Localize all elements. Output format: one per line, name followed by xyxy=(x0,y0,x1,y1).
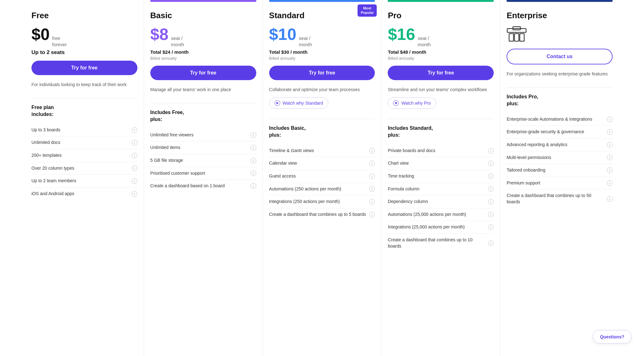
info-icon[interactable]: i xyxy=(607,155,613,160)
feature-text: Create a dashboard based on 1 board xyxy=(150,183,248,189)
feature-text: Timeline & Gantt views xyxy=(269,148,367,154)
info-icon[interactable]: i xyxy=(488,240,494,246)
includes-title-standard: Includes Basic, plus: xyxy=(269,125,375,139)
price-row-standard: $10seat / month xyxy=(269,25,375,47)
info-icon[interactable]: i xyxy=(488,199,494,205)
info-icon[interactable]: i xyxy=(607,167,613,173)
feature-item: Timeline & Gantt viewsi xyxy=(269,145,375,157)
info-icon[interactable]: i xyxy=(607,180,613,186)
info-icon[interactable]: i xyxy=(488,186,494,192)
info-icon[interactable]: i xyxy=(488,212,494,217)
cta-button-enterprise[interactable]: Contact us xyxy=(507,49,613,64)
info-icon[interactable]: i xyxy=(251,145,256,151)
feature-text: Time tracking xyxy=(388,173,486,179)
info-icon[interactable]: i xyxy=(488,173,494,179)
info-icon[interactable]: i xyxy=(369,161,375,166)
feature-text: Create a dashboard that combines up to 5… xyxy=(269,211,367,218)
info-icon[interactable]: i xyxy=(369,148,375,154)
info-icon[interactable]: i xyxy=(132,178,137,184)
info-icon[interactable]: i xyxy=(251,158,256,163)
feature-item: Up to 3 boardsi xyxy=(31,124,137,137)
cta-button-basic[interactable]: Try for free xyxy=(150,66,256,80)
plan-col-basic: Basic$8seat / monthTotal $24 / monthBill… xyxy=(144,0,263,356)
info-icon[interactable]: i xyxy=(607,129,613,135)
watch-label: Watch why Standard xyxy=(283,101,323,106)
questions-button[interactable]: Questions? xyxy=(593,330,631,343)
info-icon[interactable]: i xyxy=(488,148,494,154)
plan-top-bar-pro xyxy=(388,0,494,2)
feature-text: Multi-level permissions xyxy=(507,155,604,161)
cta-button-free[interactable]: Try for free xyxy=(31,61,137,75)
info-icon[interactable]: i xyxy=(607,196,613,202)
info-icon[interactable]: i xyxy=(488,224,494,230)
watch-link-pro[interactable]: Watch why Pro xyxy=(388,97,436,109)
feature-text: Unlimited items xyxy=(150,145,248,151)
billing-line-standard: Billed annually xyxy=(269,56,375,61)
svg-rect-3 xyxy=(520,34,524,41)
cta-button-standard[interactable]: Try for free xyxy=(269,66,375,80)
feature-text: Enterprise-grade security & governance xyxy=(507,129,604,135)
info-icon[interactable]: i xyxy=(369,173,375,179)
feature-item: Prioritised customer supporti xyxy=(150,167,256,180)
feature-text: Chart view xyxy=(388,160,486,167)
plan-col-standard: Most PopularStandard$10seat / monthTotal… xyxy=(263,0,382,356)
plan-top-bar-basic xyxy=(150,0,256,2)
play-icon xyxy=(393,100,399,106)
info-icon[interactable]: i xyxy=(132,127,137,133)
feature-list-pro: Private boards and docsiChart viewiTime … xyxy=(388,145,494,252)
feature-item: Up to 2 team membersi xyxy=(31,175,137,188)
feature-item: Premium supporti xyxy=(507,177,613,190)
info-icon[interactable]: i xyxy=(607,142,613,148)
feature-item: Create a dashboard based on 1 boardi xyxy=(150,180,256,192)
divider-free xyxy=(31,98,137,98)
play-triangle-icon xyxy=(395,102,397,104)
feature-item: Advanced reporting & analyticsi xyxy=(507,139,613,151)
plan-name-free: Free xyxy=(31,11,137,20)
plan-top-bar-enterprise xyxy=(507,0,613,2)
info-icon[interactable]: i xyxy=(132,153,137,158)
feature-list-enterprise: Enterprise-scale Automations & Integrati… xyxy=(507,113,613,208)
feature-item: Multi-level permissionsi xyxy=(507,151,613,164)
billing-line-pro: Billed annually xyxy=(388,56,494,61)
info-icon[interactable]: i xyxy=(369,212,375,217)
feature-text: Prioritised customer support xyxy=(150,170,248,177)
feature-item: Over 20 column typesi xyxy=(31,162,137,175)
feature-item: Time trackingi xyxy=(388,170,494,183)
feature-item: Integrations (25,000 actions per month)i xyxy=(388,221,494,234)
cta-button-pro[interactable]: Try for free xyxy=(388,66,494,80)
plan-desc-standard: Collaborate and optimize your team proce… xyxy=(269,86,375,93)
feature-item: Tailored onboardingi xyxy=(507,164,613,177)
feature-text: Formula column xyxy=(388,186,486,192)
info-icon[interactable]: i xyxy=(369,199,375,205)
info-icon[interactable]: i xyxy=(132,140,137,145)
price-amount-pro: $16 xyxy=(388,25,415,44)
info-icon[interactable]: i xyxy=(251,183,256,189)
play-icon xyxy=(275,100,280,106)
info-icon[interactable]: i xyxy=(251,170,256,176)
billing-line-basic: Billed annually xyxy=(150,56,256,61)
feature-item: Enterprise-scale Automations & Integrati… xyxy=(507,113,613,126)
price-unit-basic: seat / month xyxy=(171,35,184,47)
watch-link-standard[interactable]: Watch why Standard xyxy=(269,97,329,109)
info-icon[interactable]: i xyxy=(251,132,256,138)
plan-name-pro: Pro xyxy=(388,11,494,20)
info-icon[interactable]: i xyxy=(132,165,137,171)
feature-text: Unlimited docs xyxy=(31,140,129,146)
feature-list-basic: Unlimited free viewersiUnlimited itemsi5… xyxy=(150,129,256,192)
feature-text: Advanced reporting & analytics xyxy=(507,142,604,148)
total-line-standard: Total $30 / month xyxy=(269,49,375,55)
feature-text: Integrations (25,000 actions per month) xyxy=(388,224,486,230)
info-icon[interactable]: i xyxy=(369,186,375,192)
info-icon[interactable]: i xyxy=(488,161,494,166)
includes-title-pro: Includes Standard, plus: xyxy=(388,125,494,139)
feature-item: Enterprise-grade security & governancei xyxy=(507,126,613,139)
info-icon[interactable]: i xyxy=(132,191,137,197)
plan-col-enterprise: Enterprise Contact usFor organizations s… xyxy=(500,0,619,356)
divider-enterprise xyxy=(507,87,613,88)
info-icon[interactable]: i xyxy=(607,117,613,122)
most-popular-badge: Most Popular xyxy=(358,4,377,17)
plan-desc-enterprise: For organizations seeking enterprise-gra… xyxy=(507,71,613,77)
price-unit-pro: seat / month xyxy=(418,35,431,47)
feature-text: 5 GB file storage xyxy=(150,157,248,164)
feature-list-free: Up to 3 boardsiUnlimited docsi200+ templ… xyxy=(31,124,137,200)
